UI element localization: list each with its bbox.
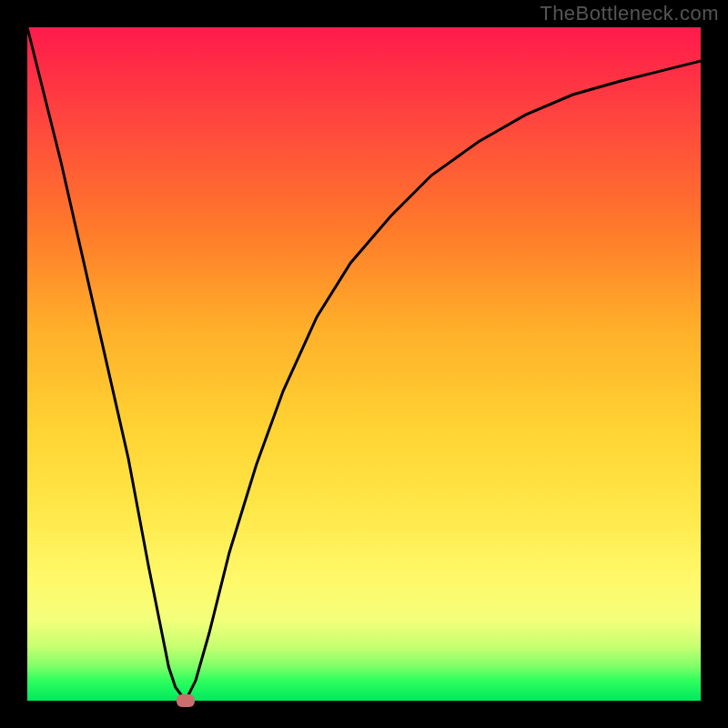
chart-frame: TheBottleneck.com — [0, 0, 728, 728]
watermark-text: TheBottleneck.com — [540, 2, 719, 25]
plot-area — [27, 27, 701, 701]
curve-svg — [27, 27, 701, 701]
curve-path — [27, 27, 701, 701]
